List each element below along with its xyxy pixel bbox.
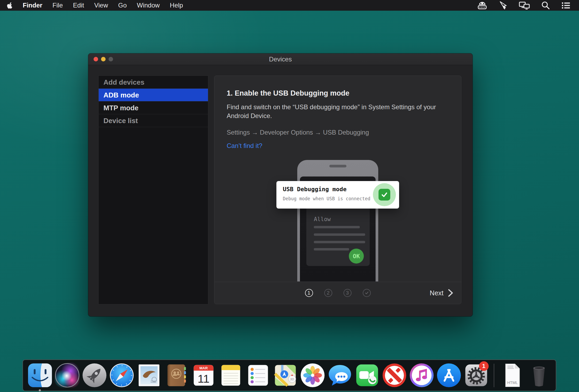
screen-share-cursor-icon[interactable] — [498, 1, 508, 10]
menu-bar: Finder File Edit View Go Window Help — [0, 0, 579, 11]
dialog-text-line — [314, 226, 360, 228]
dialog-text-line — [314, 233, 365, 236]
sidebar-item-add-devices[interactable]: Add devices — [99, 76, 208, 89]
notes-icon — [218, 362, 244, 388]
dialog-text-line — [314, 241, 365, 243]
apple-menu[interactable] — [0, 2, 18, 9]
checked-checkbox-icon — [379, 189, 390, 201]
calendar-month: MAR — [199, 366, 208, 370]
dock-item-notes[interactable] — [218, 362, 244, 388]
menu-item-view[interactable]: View — [89, 0, 113, 11]
phone-dialog: Allow OK — [306, 203, 370, 266]
dock-item-siri[interactable] — [54, 362, 80, 388]
list-menu-icon[interactable] — [561, 1, 571, 10]
check-icon — [365, 291, 369, 295]
menu-item-help[interactable]: Help — [165, 0, 188, 11]
menu-item-file[interactable]: File — [47, 0, 68, 11]
dock-separator — [494, 364, 494, 387]
step-title: 1. Enable the USB Debugging mode — [227, 89, 349, 97]
next-label: Next — [430, 289, 443, 297]
dock-item-finder[interactable] — [27, 362, 53, 388]
devices-window: Devices Add devices ADB mode MTP mode De… — [88, 53, 473, 316]
dock-item-calendar[interactable]: MAR 11 — [191, 362, 217, 388]
launchpad-icon — [82, 362, 107, 388]
dock-item-system-preferences[interactable]: 1 — [463, 362, 489, 388]
checkbox-highlight-circle — [373, 183, 396, 206]
trash-icon — [526, 362, 552, 388]
popup-title: USB Debugging mode — [283, 186, 346, 193]
html-file-label: HTML — [507, 381, 518, 385]
dock-item-contacts[interactable] — [163, 362, 189, 388]
svg-text:3D: 3D — [290, 377, 294, 381]
app-store-icon — [436, 362, 462, 388]
reminders-icon — [245, 362, 271, 388]
menu-item-window[interactable]: Window — [132, 0, 165, 11]
dock-item-reminders[interactable] — [245, 362, 271, 388]
sidebar-item-adb-mode[interactable]: ADB mode — [99, 89, 208, 101]
sidebar: Add devices ADB mode MTP mode Device lis… — [98, 76, 208, 304]
settings-path: Settings → Developer Options → USB Debug… — [227, 129, 369, 136]
messages-icon — [327, 362, 353, 388]
apple-logo-icon — [7, 2, 13, 9]
calendar-icon: MAR 11 — [191, 362, 217, 388]
safari-icon — [109, 362, 135, 388]
dock-item-maps[interactable]: 3D — [272, 362, 298, 388]
step-2-indicator[interactable]: 2 — [324, 289, 332, 297]
window-title: Devices — [88, 53, 473, 65]
dock-item-trash[interactable] — [526, 362, 552, 388]
android-status-icon[interactable] — [477, 1, 488, 10]
dialog-text-line — [314, 248, 349, 250]
desktop: Finder File Edit View Go Window Help — [0, 0, 579, 392]
usb-debugging-popup: USB Debugging mode Debug mode when USB i… — [276, 181, 399, 209]
spotlight-search-icon[interactable] — [541, 1, 550, 10]
dock-item-music[interactable] — [409, 362, 435, 388]
phone-graphic: Allow OK — [297, 160, 378, 281]
maps-icon: 3D — [272, 362, 298, 388]
contacts-icon — [163, 362, 189, 388]
menu-item-go[interactable]: Go — [113, 0, 132, 11]
finder-icon — [27, 362, 53, 388]
step-description: Find and switch on the “USB debugging mo… — [227, 103, 441, 120]
dock-item-safari[interactable] — [109, 362, 135, 388]
dock-item-news[interactable] — [381, 362, 407, 388]
music-icon — [409, 362, 435, 388]
step-done-indicator[interactable] — [363, 289, 371, 297]
dock: MAR 11 — [22, 359, 556, 391]
step-1-indicator[interactable]: 1 — [305, 289, 313, 297]
dock-item-html-file[interactable]: HTML — [499, 362, 525, 388]
displays-icon[interactable] — [519, 1, 530, 10]
popup-subtitle: Debug mode when USB is connected — [283, 196, 370, 201]
dock-item-mail[interactable] — [136, 362, 162, 388]
phone-illustration: Allow OK — [215, 160, 461, 281]
menu-item-app[interactable]: Finder — [18, 0, 47, 11]
allow-label: Allow — [314, 216, 331, 222]
step-3-indicator[interactable]: 3 — [343, 289, 352, 297]
ok-button-graphic: OK — [349, 249, 364, 264]
dock-item-launchpad[interactable] — [82, 362, 107, 388]
sidebar-item-mtp-mode[interactable]: MTP mode — [99, 101, 208, 114]
photos-icon — [300, 362, 326, 388]
running-indicator-dot — [39, 389, 41, 391]
mail-icon — [136, 362, 162, 388]
siri-icon — [54, 362, 80, 388]
window-titlebar[interactable]: Devices — [88, 53, 473, 65]
notification-badge: 1 — [479, 361, 489, 371]
facetime-icon — [354, 362, 380, 388]
phone-speaker — [329, 165, 346, 167]
dock-item-photos[interactable] — [300, 362, 326, 388]
dock-item-facetime[interactable] — [354, 362, 380, 388]
step-indicator: 1 2 3 — [305, 289, 371, 297]
calendar-day: 11 — [198, 372, 209, 385]
dock-item-messages[interactable] — [327, 362, 353, 388]
menu-item-edit[interactable]: Edit — [68, 0, 89, 11]
news-icon — [381, 362, 407, 388]
chevron-right-icon — [448, 289, 454, 297]
wizard-footer: 1 2 3 Next — [214, 282, 461, 304]
dock-item-app-store[interactable] — [436, 362, 462, 388]
html-file-icon: HTML — [499, 362, 525, 388]
next-button[interactable]: Next — [430, 289, 454, 297]
main-panel: 1. Enable the USB Debugging mode Find an… — [214, 76, 461, 304]
sidebar-item-device-list[interactable]: Device list — [99, 114, 208, 127]
cant-find-it-link[interactable]: Can’t find it? — [227, 142, 262, 150]
